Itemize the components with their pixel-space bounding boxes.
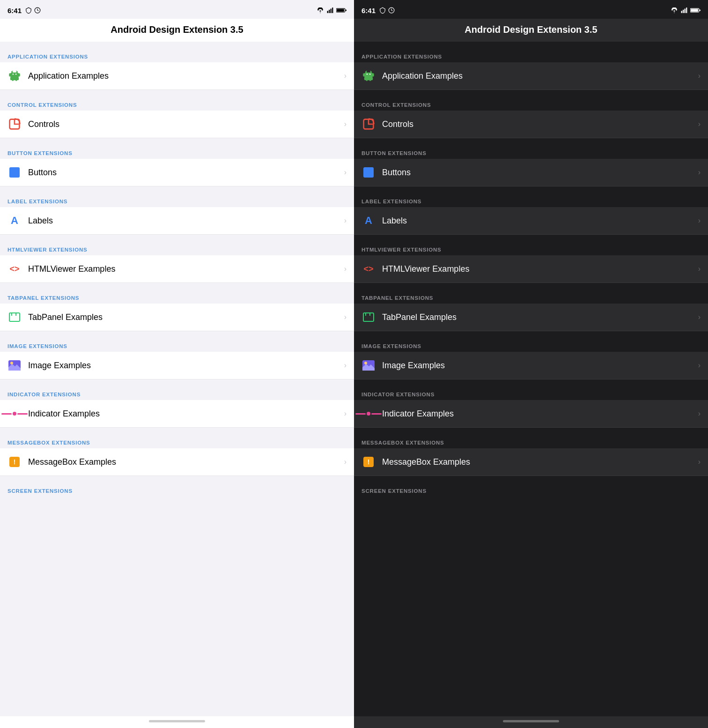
list-item-application-dark[interactable]: Application Examples › [354, 62, 708, 90]
list-item-image-dark[interactable]: Image Examples › [354, 352, 708, 379]
home-bar-light [149, 720, 205, 722]
section-header-buttons-dark: BUTTON EXTENSIONS [354, 143, 708, 159]
msgbox-icon-dark: ! [361, 455, 376, 469]
svg-point-40 [367, 74, 368, 75]
chevron-controls-light: › [344, 120, 347, 128]
svg-rect-25 [681, 11, 682, 13]
svg-rect-4 [332, 7, 333, 13]
controls-label-light: Controls [28, 119, 344, 129]
wifi-icon-dark [671, 7, 678, 13]
shield-icon [25, 7, 32, 14]
svg-rect-15 [10, 77, 19, 80]
light-panel: 6:41 Android Design Extension 3.5 APPLIC… [0, 0, 354, 728]
label-a-icon: A [7, 214, 22, 228]
chevron-image-dark: › [698, 361, 701, 370]
battery-icon [336, 7, 347, 13]
chevron-tabpanel-dark: › [698, 313, 701, 321]
svg-rect-27 [685, 9, 686, 13]
status-bar-dark: 6:41 [354, 0, 708, 19]
chevron-image-light: › [344, 361, 347, 370]
section-header-labels-dark: LABEL EXTENSIONS [354, 191, 708, 207]
clock-icon [34, 7, 41, 14]
svg-rect-38 [372, 73, 374, 76]
chevron-htmlviewer-dark: › [698, 265, 701, 273]
svg-point-16 [13, 74, 14, 75]
html-icon: <> [7, 262, 22, 276]
list-item-tabpanel-dark[interactable]: TabPanel Examples › [354, 304, 708, 331]
svg-rect-13 [9, 73, 11, 76]
chevron-buttons-dark: › [698, 168, 701, 177]
wifi-icon [317, 7, 324, 13]
section-header-controls-light: CONTROL EXTENSIONS [0, 95, 354, 111]
section-header-tabpanel-dark: TABPANEL EXTENSIONS [354, 288, 708, 304]
list-item-indicator-light[interactable]: Indicator Examples › [0, 400, 354, 428]
list-item-controls-dark[interactable]: Controls › [354, 111, 708, 138]
list-item-labels-light[interactable]: A Labels › [0, 207, 354, 235]
indicator-label-light: Indicator Examples [28, 409, 344, 419]
messagebox-label-dark: MessageBox Examples [382, 457, 698, 467]
htmlviewer-label-dark: HTMLViewer Examples [382, 264, 698, 274]
chevron-indicator-light: › [344, 409, 347, 418]
status-icons-light [25, 7, 41, 14]
svg-rect-14 [18, 73, 20, 76]
list-item-indicator-dark[interactable]: Indicator Examples › [354, 400, 708, 428]
indicator-icon [7, 407, 22, 421]
svg-rect-42 [366, 78, 368, 81]
list-item-buttons-dark[interactable]: Buttons › [354, 159, 708, 186]
section-header-tabpanel-light: TABPANEL EXTENSIONS [0, 288, 354, 304]
list-container-light[interactable]: APPLICATION EXTENSIONS Ap [0, 42, 354, 716]
gap-light-8 [0, 379, 354, 384]
application-label-dark: Application Examples [382, 71, 698, 81]
list-item-buttons-light[interactable]: Buttons › [0, 159, 354, 186]
controls-label-dark: Controls [382, 119, 698, 129]
section-header-indicator-dark: INDICATOR EXTENSIONS [354, 384, 708, 400]
svg-point-23 [10, 362, 13, 364]
html-icon-dark: <> [361, 262, 376, 276]
section-header-htmlviewer-dark: HTMLVIEWER EXTENSIONS [354, 239, 708, 255]
htmlviewer-label-light: HTMLViewer Examples [28, 264, 344, 274]
home-bar-dark [503, 720, 559, 722]
image-label-light: Image Examples [28, 361, 344, 371]
svg-rect-18 [12, 78, 14, 81]
status-right-light [317, 7, 347, 14]
image-label-dark: Image Examples [382, 361, 698, 371]
status-time-dark: 6:41 [361, 7, 376, 15]
section-header-screen-dark: SCREEN EXTENSIONS [354, 481, 708, 497]
section-header-messagebox-dark: MESSAGEBOX EXTENSIONS [354, 432, 708, 448]
list-item-messagebox-dark[interactable]: ! MessageBox Examples › [354, 448, 708, 476]
home-indicator-light [0, 716, 354, 728]
image-icon-dark [361, 358, 376, 372]
gap-dark-3 [354, 138, 708, 143]
title-bar-dark: Android Design Extension 3.5 [354, 19, 708, 42]
svg-point-41 [369, 74, 371, 75]
android-icon [7, 69, 22, 83]
svg-rect-26 [683, 10, 684, 13]
list-item-tabpanel-light[interactable]: TabPanel Examples › [0, 304, 354, 331]
list-item-htmlviewer-light[interactable]: <> HTMLViewer Examples › [0, 255, 354, 283]
buttons-label-dark: Buttons [382, 168, 698, 178]
list-item-htmlviewer-dark[interactable]: <> HTMLViewer Examples › [354, 255, 708, 283]
tabpanel-icon [7, 310, 22, 324]
status-time-light: 6:41 [7, 7, 22, 15]
button-sq-icon [7, 165, 22, 179]
list-item-messagebox-light[interactable]: ! MessageBox Examples › [0, 448, 354, 476]
gap-light-2 [0, 90, 354, 95]
signal-icon-dark [681, 7, 687, 14]
svg-point-47 [364, 362, 367, 364]
tabpanel-label-light: TabPanel Examples [28, 312, 344, 322]
list-item-labels-dark[interactable]: A Labels › [354, 207, 708, 235]
msgbox-icon: ! [7, 455, 22, 469]
indicator-label-dark: Indicator Examples [382, 409, 698, 419]
list-item-application-light[interactable]: Application Examples › [0, 62, 354, 90]
list-item-image-light[interactable]: Image Examples › [0, 352, 354, 379]
controls-icon [7, 117, 22, 131]
section-header-htmlviewer-light: HTMLVIEWER EXTENSIONS [0, 239, 354, 255]
list-item-controls-light[interactable]: Controls › [0, 111, 354, 138]
svg-rect-1 [327, 11, 328, 13]
svg-rect-43 [369, 78, 371, 81]
gap-dark-5 [354, 235, 708, 239]
list-container-dark[interactable]: APPLICATION EXTENSIONS Ap [354, 42, 708, 716]
status-icons-dark [379, 7, 395, 14]
gap-dark-6 [354, 283, 708, 288]
chevron-labels-dark: › [698, 216, 701, 225]
